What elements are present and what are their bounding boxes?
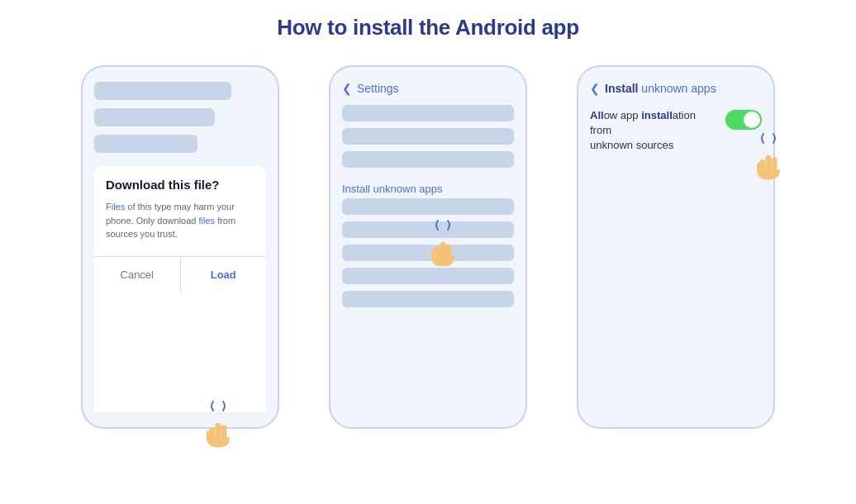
- download-dialog: Download this file? Files of this type m…: [94, 166, 266, 412]
- hand-cursor-icon-2: [428, 235, 458, 269]
- dialog-body-files2: files: [199, 216, 216, 226]
- phone2-wrapper: ❮ Settings Install unknown apps: [329, 65, 527, 429]
- dialog-title: Download this file?: [106, 178, 254, 192]
- tap-waves-icon-2: [431, 218, 454, 233]
- settings-row-2: [342, 128, 514, 145]
- dialog-body: Files of this type may harm your phone. …: [106, 200, 254, 241]
- dialog-buttons: Cancel Load: [94, 256, 266, 292]
- tap-waves-icon-1: [207, 399, 230, 414]
- phone1-wrapper: Download this file? Files of this type m…: [81, 65, 279, 429]
- tap-cursor-1: [203, 399, 233, 454]
- allow-text-ow: ow app: [604, 109, 642, 121]
- cancel-button[interactable]: Cancel: [94, 260, 180, 289]
- settings-row-3: [342, 151, 514, 168]
- settings-row-1: [342, 105, 514, 121]
- back-arrow-icon-3: ❮: [590, 82, 600, 95]
- install-unknown-apps-label: Install unknown apps: [342, 183, 514, 195]
- settings-header-2: ❮ Settings: [342, 82, 514, 95]
- allow-row: Allow app installation fromunknown sourc…: [590, 108, 762, 154]
- allow-text-bold-allow: All: [590, 109, 604, 121]
- placeholder-bar-3: [94, 135, 197, 153]
- allow-text-bold-install: install: [641, 109, 673, 121]
- tap-waves-icon-3: [757, 131, 780, 146]
- tap-cursor-2: [428, 218, 458, 273]
- load-button[interactable]: Load: [181, 260, 267, 289]
- settings-row-8: [342, 291, 514, 307]
- page-title: How to install the Android app: [277, 15, 579, 40]
- allow-text: Allow app installation fromunknown sourc…: [590, 108, 706, 154]
- dialog-body-files1: Files: [106, 202, 125, 212]
- settings-header-3: ❮ Install unknown apps: [590, 82, 762, 95]
- phone3-wrapper: ❮ Install unknown apps Allow app install…: [577, 65, 775, 429]
- hand-cursor-icon-1: [203, 416, 233, 450]
- settings-title-3: Install unknown apps: [605, 82, 716, 95]
- settings-title-2: Settings: [357, 82, 399, 95]
- back-arrow-icon-2: ❮: [342, 82, 352, 95]
- tap-cursor-3: [754, 131, 783, 186]
- settings-row-4: [342, 198, 514, 215]
- placeholder-bar-1: [94, 82, 231, 100]
- phone1: Download this file? Files of this type m…: [81, 65, 279, 429]
- hand-cursor-icon-3: [754, 148, 783, 183]
- toggle-switch[interactable]: [725, 110, 762, 130]
- phones-container: Download this file? Files of this type m…: [64, 65, 792, 429]
- phone3: ❮ Install unknown apps Allow app install…: [577, 65, 775, 429]
- placeholder-bar-2: [94, 108, 215, 126]
- settings-title-bold: Install: [605, 82, 638, 95]
